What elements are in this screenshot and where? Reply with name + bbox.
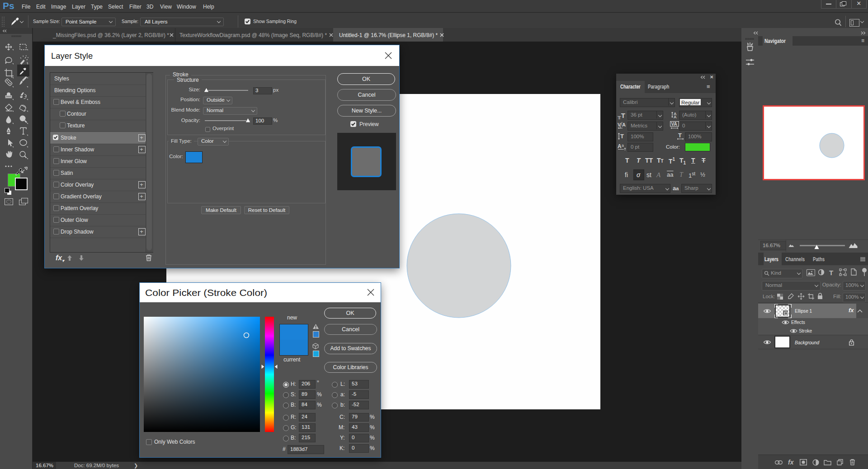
- svg-text:VA: VA: [671, 122, 677, 127]
- svg-text:A: A: [618, 143, 622, 150]
- svg-text:A: A: [622, 122, 626, 127]
- svg-text:T: T: [678, 132, 682, 139]
- svg-text:T: T: [620, 133, 624, 140]
- svg-text:A: A: [674, 115, 677, 119]
- svg-text:a: a: [622, 143, 624, 148]
